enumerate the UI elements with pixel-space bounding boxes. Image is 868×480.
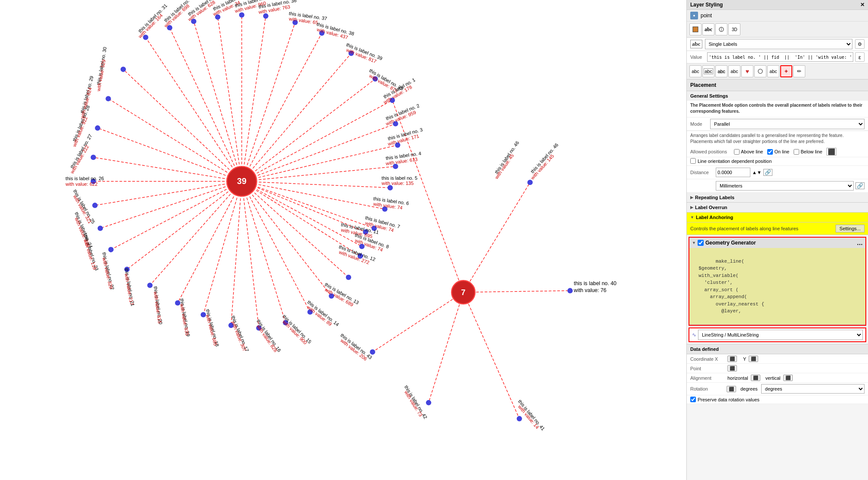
allowed-label: Allowed positions bbox=[690, 149, 731, 154]
label-anchoring-header[interactable]: ▼ Label Anchoring bbox=[687, 213, 868, 223]
repeating-labels-header[interactable]: ▶ Repeating Labels bbox=[687, 193, 868, 203]
point-label: Point bbox=[690, 366, 725, 371]
below-line-checkbox[interactable] bbox=[794, 149, 799, 155]
unit-row: Millimeters 🔗 bbox=[687, 179, 868, 193]
svg-point-59 bbox=[92, 203, 97, 208]
label-5: this is label no. 5 bbox=[381, 175, 417, 181]
preserve-checkbox[interactable] bbox=[690, 397, 696, 402]
layer-styling-panel: Layer Styling ✕ ● point abc 3D abc bbox=[686, 0, 868, 480]
panel-body[interactable]: ● point abc 3D abc Single Labels ⚙ bbox=[687, 10, 868, 480]
overrun-label: Label Overrun bbox=[695, 205, 727, 210]
distance-row: Distance ▲▼ 🔗 bbox=[687, 166, 868, 179]
geom-gen-menu-icon[interactable]: … bbox=[857, 239, 863, 246]
on-line-item: On line bbox=[767, 149, 789, 155]
close-button[interactable]: ✕ bbox=[860, 2, 865, 8]
val-40: with value: 76 bbox=[573, 287, 607, 293]
geom-type-select[interactable]: LineString / MultiLineString bbox=[698, 330, 863, 340]
svg-point-60 bbox=[98, 226, 103, 231]
single-labels-select[interactable]: Single Labels bbox=[705, 39, 853, 49]
geometry-generator-label: Geometry Generator bbox=[705, 240, 756, 246]
anchoring-triangle: ▼ bbox=[690, 215, 694, 219]
allowed-positions-row: Allowed positions Above line On line Bel… bbox=[687, 146, 868, 157]
svg-point-49 bbox=[263, 13, 268, 19]
svg-line-21 bbox=[203, 181, 242, 315]
label-icon[interactable]: abc bbox=[702, 23, 714, 35]
node-7-label: 7 bbox=[461, 288, 465, 297]
label-overrun-header[interactable]: ▶ Label Overrun bbox=[687, 203, 868, 213]
coordinate-row: Coordinate X ⬛ Y ⬛ bbox=[687, 354, 868, 364]
code-area[interactable]: make_line( $geometry, with_variable( 'cl… bbox=[689, 248, 865, 325]
svg-point-83 bbox=[527, 180, 532, 185]
unit-settings-icon[interactable]: 🔗 bbox=[855, 182, 865, 189]
coord-y-btn[interactable]: ⬛ bbox=[749, 356, 758, 362]
alignment-h-btn[interactable]: ⬛ bbox=[751, 375, 760, 381]
svg-point-86 bbox=[517, 416, 522, 421]
expression-edit-icon[interactable]: ε bbox=[855, 52, 865, 62]
distance-link-icon[interactable]: 🔗 bbox=[763, 169, 772, 176]
above-line-label: Above line bbox=[741, 149, 763, 154]
val-18: with value: 685 bbox=[205, 314, 218, 346]
data-defined-header: Data defined bbox=[687, 344, 868, 354]
repeating-labels-triangle: ▶ bbox=[690, 195, 693, 200]
val-21: with value: 217 bbox=[124, 273, 135, 305]
value-input[interactable] bbox=[707, 52, 853, 62]
point-btn[interactable]: ⬛ bbox=[727, 365, 737, 372]
svg-line-36 bbox=[242, 181, 374, 229]
settings-button[interactable]: Settings... bbox=[836, 225, 865, 232]
svg-line-2 bbox=[194, 21, 242, 181]
svg-line-32 bbox=[242, 145, 397, 181]
geometry-gen-icon: ✦ bbox=[784, 68, 789, 75]
label-26: this is label no. 26 bbox=[66, 176, 104, 181]
line-orientation-checkbox[interactable] bbox=[690, 158, 696, 164]
coord-x-btn[interactable]: ⬛ bbox=[727, 356, 737, 362]
svg-line-18 bbox=[127, 181, 242, 270]
text-plain-btn[interactable]: abc bbox=[689, 65, 701, 77]
alignment-label: Alignment bbox=[690, 375, 725, 381]
rotation-btn[interactable]: ⬛ bbox=[727, 386, 736, 392]
text-bg-btn[interactable]: abc bbox=[728, 65, 740, 77]
diagram-icon[interactable] bbox=[715, 23, 727, 35]
pen-btn[interactable]: ✏ bbox=[793, 65, 805, 77]
below-line-item: Below line bbox=[794, 149, 822, 155]
text-buffer-btn[interactable]: abc bbox=[715, 65, 727, 77]
svg-line-1 bbox=[170, 28, 242, 181]
on-line-checkbox[interactable] bbox=[767, 149, 773, 155]
degrees-label: degrees bbox=[740, 386, 758, 391]
text-bg-icon: abc bbox=[730, 69, 738, 74]
position-checkboxes: Above line On line Below line ⬛ bbox=[734, 148, 836, 156]
circle-btn[interactable] bbox=[754, 65, 766, 77]
mode-select[interactable]: Parallel bbox=[710, 119, 865, 129]
svg-line-13 bbox=[93, 157, 242, 181]
panel-title: Layer Styling ✕ bbox=[687, 0, 868, 10]
heart-btn[interactable]: ♥ bbox=[741, 65, 753, 77]
svg-line-10 bbox=[123, 69, 242, 181]
svg-point-55 bbox=[106, 96, 111, 101]
geometry-generator-checkbox[interactable] bbox=[698, 240, 704, 246]
icon-toolbar: abc 3D bbox=[687, 22, 868, 38]
geometry-gen-btn[interactable]: ✦ bbox=[780, 65, 792, 77]
single-labels-settings-icon[interactable]: ⚙ bbox=[855, 39, 865, 49]
node-39-label: 39 bbox=[237, 176, 247, 186]
distance-input[interactable] bbox=[716, 168, 750, 177]
unit-select[interactable]: Millimeters bbox=[716, 181, 854, 191]
alignment-v-btn[interactable]: ⬛ bbox=[783, 375, 793, 381]
above-line-checkbox[interactable] bbox=[734, 149, 740, 155]
svg-point-65 bbox=[201, 312, 206, 317]
arrange-text: Arranges label candidates parallel to a … bbox=[687, 131, 868, 146]
3d-icon[interactable]: 3D bbox=[728, 23, 740, 35]
svg-line-17 bbox=[111, 181, 242, 250]
anchoring-label: Label Anchoring bbox=[696, 215, 733, 220]
distance-spin-icon[interactable]: ▲▼ bbox=[752, 170, 762, 175]
layer-point-icon: ● bbox=[690, 12, 698, 19]
degrees-select[interactable]: degrees bbox=[761, 384, 865, 394]
svg-line-3 bbox=[218, 17, 242, 181]
text-format-btn[interactable]: abc bbox=[702, 65, 714, 77]
general-settings-title: General Settings bbox=[687, 91, 868, 101]
abc-label-btn[interactable]: abc bbox=[767, 65, 779, 77]
label-46: this is label no. 46 bbox=[530, 142, 559, 174]
overrun-triangle: ▶ bbox=[690, 205, 693, 210]
position-settings-icon[interactable]: ⬛ bbox=[826, 148, 836, 156]
layer-style-icon-1[interactable] bbox=[689, 23, 701, 35]
geom-gen-triangle: ▼ bbox=[692, 241, 696, 245]
repeating-labels-label: Repeating Labels bbox=[695, 195, 734, 200]
